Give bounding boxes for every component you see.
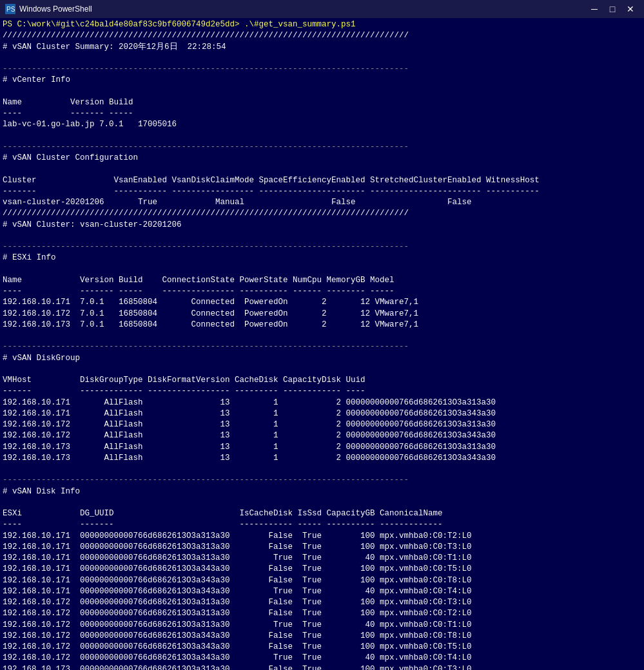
- window-controls: ─ □ ✕: [586, 3, 639, 15]
- window-title: Windows PowerShell: [19, 5, 586, 14]
- titlebar: PS Windows PowerShell ─ □ ✕: [0, 0, 644, 18]
- minimize-button[interactable]: ─: [586, 3, 603, 15]
- maximize-button[interactable]: □: [604, 3, 621, 15]
- close-button[interactable]: ✕: [622, 3, 639, 15]
- app-icon: PS: [5, 4, 15, 14]
- terminal-output: PS C:\work\#git\c24bald4e80af83c9bf60067…: [0, 18, 644, 670]
- svg-text:PS: PS: [6, 6, 15, 13]
